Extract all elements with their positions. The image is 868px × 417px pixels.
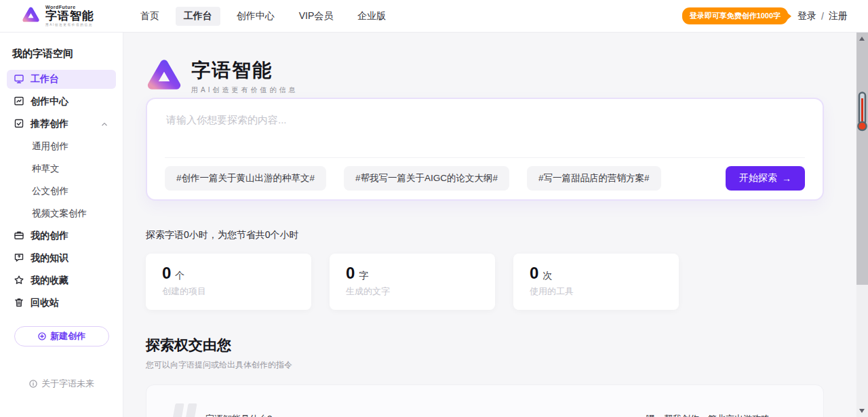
section-title: 探索权交由您 <box>146 336 824 355</box>
search-card: #创作一篇关于黄山出游的种草文# #帮我写一篇关于AIGC的论文大纲# #写一篇… <box>146 98 824 201</box>
login-link[interactable]: 登录 <box>797 10 816 22</box>
sidebar-item-my-favorites[interactable]: 我的收藏 <box>7 271 116 290</box>
suggestion-pill-aigc[interactable]: #帮我写一篇关于AIGC的论文大纲# <box>344 166 509 191</box>
auth-links: 登录 / 注册 <box>797 10 848 22</box>
explore-label: 开始探索 <box>739 172 777 184</box>
scrollbar-thumb[interactable] <box>856 33 868 285</box>
nav-item-workbench[interactable]: 工作台 <box>176 7 220 26</box>
about-link[interactable]: 关于字语未来 <box>0 378 123 390</box>
stat-value: 0 <box>530 264 538 282</box>
nav-menu: 首页 工作台 创作中心 VIP会员 企业版 <box>132 7 395 26</box>
qa-example-card: 字语智能是什么? 嘿，帮我创作一篇北京出游攻略 <box>146 384 824 417</box>
sidebar-item-recommended[interactable]: 推荐创作 <box>7 115 116 134</box>
auth-separator: / <box>821 11 824 22</box>
stat-label: 创建的项目 <box>162 285 295 298</box>
brand-name: 字语智能 <box>45 10 106 23</box>
qa-prompt[interactable]: 嘿，帮我创作一篇北京出游攻略 <box>646 413 770 417</box>
sidebar-subitem-general-creation[interactable]: 通用创作 <box>7 137 116 156</box>
thermometer-icon[interactable] <box>857 92 867 135</box>
search-input[interactable] <box>165 113 805 157</box>
stat-label: 生成的文字 <box>346 285 479 298</box>
top-navbar: WordFuture 字语智能 用AI创造更有价值的信息 首页 工作台 创作中心… <box>0 0 868 33</box>
sidebar-item-my-knowledge[interactable]: 我的知识 <box>7 249 116 268</box>
chat-question-icon <box>14 252 24 265</box>
nav-item-home[interactable]: 首页 <box>132 7 167 26</box>
vertical-scrollbar[interactable] <box>856 33 868 417</box>
brand-triangle-icon <box>22 6 40 26</box>
stat-unit: 个 <box>175 270 184 281</box>
quote-icon <box>174 403 195 417</box>
stat-card-tools: 0次 使用的工具 <box>513 254 679 310</box>
brand-logo[interactable]: WordFuture 字语智能 用AI创造更有价值的信息 <box>22 5 106 27</box>
stat-label: 使用的工具 <box>530 285 663 298</box>
trash-icon <box>14 297 24 310</box>
arrow-right-icon: → <box>782 173 791 184</box>
register-link[interactable]: 注册 <box>829 10 848 22</box>
qa-question: 字语智能是什么? <box>205 413 272 417</box>
hero-title: 字语智能 <box>191 58 298 83</box>
brand-tagline: 用AI创造更有价值的信息 <box>45 23 93 26</box>
sidebar: 我的字语空间 工作台 创作中心 推荐创作 通用创作 种草文 <box>0 33 123 417</box>
stats-summary: 探索字语0小时，为您节省共0个小时 <box>146 229 824 241</box>
stat-value: 0 <box>346 264 355 282</box>
sidebar-item-label: 创作中心 <box>31 96 68 108</box>
suggestion-pill-dessert[interactable]: #写一篇甜品店的营销方案# <box>527 166 661 191</box>
login-promo-badge[interactable]: 登录即可享免费创作1000字 <box>682 7 788 24</box>
new-creation-label: 新建创作 <box>50 330 85 342</box>
scroll-up-arrow[interactable] <box>859 37 865 41</box>
sidebar-item-label: 我的收藏 <box>31 275 68 287</box>
sidebar-item-label: 回收站 <box>31 297 59 309</box>
new-creation-button[interactable]: 新建创作 <box>14 326 109 346</box>
stat-card-words: 0字 生成的文字 <box>330 254 495 310</box>
sidebar-item-recycle-bin[interactable]: 回收站 <box>7 294 116 313</box>
sidebar-item-label: 我的创作 <box>31 230 68 242</box>
nav-item-creation-center[interactable]: 创作中心 <box>229 7 283 26</box>
scroll-down-arrow[interactable] <box>859 409 865 413</box>
sidebar-title: 我的字语空间 <box>7 41 116 70</box>
sidebar-item-label: 工作台 <box>31 73 59 85</box>
sidebar-subitem-video-copywriting[interactable]: 视频文案创作 <box>7 204 116 223</box>
search-footer: #创作一篇关于黄山出游的种草文# #帮我写一篇关于AIGC的论文大纲# #写一篇… <box>165 157 805 191</box>
stats-row: 0个 创建的项目 0字 生成的文字 0次 使用的工具 <box>146 254 824 310</box>
chevron-up-icon[interactable] <box>100 119 109 129</box>
sidebar-item-workbench[interactable]: 工作台 <box>7 70 116 89</box>
nav-item-enterprise[interactable]: 企业版 <box>349 7 394 26</box>
nav-item-vip[interactable]: VIP会员 <box>291 7 342 26</box>
stat-unit: 字 <box>359 270 368 281</box>
sidebar-subitem-official-doc[interactable]: 公文创作 <box>7 182 116 201</box>
hero-brand: 字语智能 用AI创造更有价值的信息 <box>146 57 824 95</box>
sidebar-item-label: 我的知识 <box>31 252 68 264</box>
main-area: 字语智能 用AI创造更有价值的信息 #创作一篇关于黄山出游的种草文# #帮我写一… <box>123 33 868 417</box>
stat-card-projects: 0个 创建的项目 <box>146 254 311 310</box>
star-icon <box>14 275 24 287</box>
hero-tagline: 用AI创造更有价值的信息 <box>191 85 298 95</box>
doc-check-icon <box>14 118 24 131</box>
stat-unit: 次 <box>542 270 552 281</box>
monitor-icon <box>14 73 24 86</box>
info-circle-icon <box>28 379 38 389</box>
explore-button[interactable]: 开始探索 → <box>726 166 805 191</box>
chart-board-icon <box>14 96 24 108</box>
plus-circle-icon <box>37 332 47 341</box>
stat-value: 0 <box>162 264 171 282</box>
briefcase-icon <box>14 230 24 243</box>
sidebar-item-my-creations[interactable]: 我的创作 <box>7 226 116 245</box>
section-subtitle: 您可以向字语提问或给出具体创作的指令 <box>146 359 824 371</box>
suggestion-pill-huangshan[interactable]: #创作一篇关于黄山出游的种草文# <box>165 166 326 191</box>
about-label: 关于字语未来 <box>41 378 94 390</box>
sidebar-item-creation-center[interactable]: 创作中心 <box>7 92 116 111</box>
sidebar-subitem-seeding-article[interactable]: 种草文 <box>7 159 116 178</box>
sidebar-item-label: 推荐创作 <box>31 118 68 130</box>
hero-triangle-icon <box>146 58 182 94</box>
